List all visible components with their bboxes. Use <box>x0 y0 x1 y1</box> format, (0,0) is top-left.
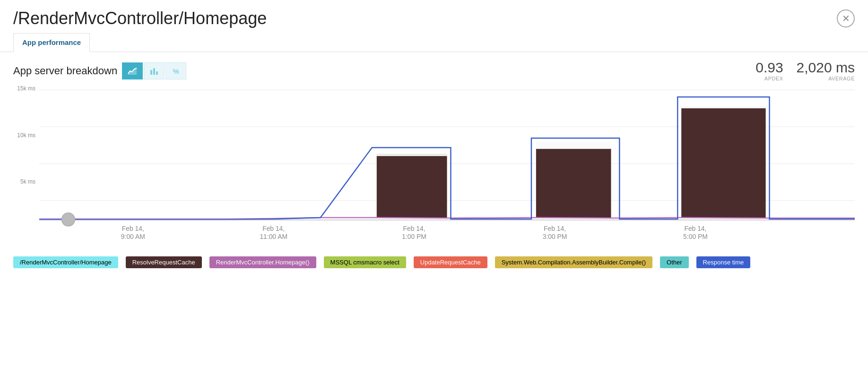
legend-badge-homepage[interactable]: /RenderMvcController/Homepage <box>13 256 118 268</box>
legend-item-update[interactable]: UpdateRequestCache <box>414 256 487 268</box>
legend-area: /RenderMvcController/Homepage ResolveReq… <box>0 246 868 273</box>
legend-item-mssql[interactable]: MSSQL cmsmacro select <box>324 256 406 268</box>
chart-title-group: App server breakdown <box>13 62 186 79</box>
chart-type-bar-button[interactable] <box>144 62 165 79</box>
apdex-value: 0.93 <box>755 61 783 75</box>
chart-container: 15k ms 10k ms 5k ms <box>13 85 855 246</box>
average-value: 2,020 ms <box>797 61 855 75</box>
legend-badge-compile[interactable]: System.Web.Compilation.AssemblyBuilder.C… <box>495 256 652 268</box>
chart-svg: Feb 14, 9:00 AM Feb 14, 11:00 AM Feb 14,… <box>39 85 855 246</box>
svg-rect-3 <box>156 71 158 75</box>
legend-badge-mssql[interactable]: MSSQL cmsmacro select <box>324 256 406 268</box>
legend-badge-resolve[interactable]: ResolveRequestCache <box>126 256 202 268</box>
legend-item-resolve[interactable]: ResolveRequestCache <box>126 256 202 268</box>
svg-rect-13 <box>531 138 615 149</box>
tab-app-performance[interactable]: App performance <box>13 33 90 52</box>
svg-rect-2 <box>153 68 155 75</box>
svg-text:Feb 14,: Feb 14, <box>403 225 425 232</box>
svg-text:5:00 PM: 5:00 PM <box>683 233 708 240</box>
apdex-label: APDEX <box>755 76 783 81</box>
chart-title: App server breakdown <box>13 65 117 77</box>
legend-badge-update[interactable]: UpdateRequestCache <box>414 256 487 268</box>
legend-badge-render[interactable]: RenderMvcController.Homepage() <box>209 256 316 268</box>
chart-type-buttons: % <box>122 62 186 79</box>
svg-text:Feb 14,: Feb 14, <box>262 225 285 232</box>
apdex-stat: 0.93 APDEX <box>755 61 783 81</box>
legend-badge-response[interactable]: Response time <box>696 256 751 268</box>
legend-item-other[interactable]: Other <box>660 256 689 268</box>
svg-text:Feb 14,: Feb 14, <box>544 225 566 232</box>
svg-text:11:00 AM: 11:00 AM <box>260 233 287 240</box>
svg-text:Feb 14,: Feb 14, <box>684 225 706 232</box>
legend-item-response[interactable]: Response time <box>696 256 751 268</box>
svg-point-16 <box>62 213 75 226</box>
svg-rect-9 <box>377 154 447 218</box>
page-title: /RenderMvcController/Homepage <box>13 9 267 28</box>
y-label-15k: 15k ms <box>13 85 39 92</box>
tabs-bar: App performance <box>0 33 868 52</box>
svg-rect-11 <box>536 147 611 218</box>
svg-rect-14 <box>681 106 765 218</box>
legend-item-render[interactable]: RenderMvcController.Homepage() <box>209 256 316 268</box>
y-label-10k: 10k ms <box>13 132 39 139</box>
legend-item-compile[interactable]: System.Web.Compilation.AssemblyBuilder.C… <box>495 256 652 268</box>
chart-type-area-button[interactable] <box>122 62 143 79</box>
chart-stats: 0.93 APDEX 2,020 ms AVERAGE <box>755 61 855 81</box>
chart-y-labels: 15k ms 10k ms 5k ms <box>13 85 39 227</box>
average-stat: 2,020 ms AVERAGE <box>797 61 855 81</box>
svg-rect-1 <box>150 70 152 75</box>
chart-area: Feb 14, 9:00 AM Feb 14, 11:00 AM Feb 14,… <box>39 85 855 246</box>
close-button[interactable]: ✕ <box>837 9 855 27</box>
page-header: /RenderMvcController/Homepage ✕ <box>0 0 868 33</box>
svg-rect-15 <box>677 97 769 108</box>
y-label-5k: 5k ms <box>13 178 39 185</box>
svg-text:Feb 14,: Feb 14, <box>122 225 144 232</box>
legend-badge-other[interactable]: Other <box>660 256 689 268</box>
svg-text:1:00 PM: 1:00 PM <box>402 233 426 240</box>
chart-section: App server breakdown <box>0 52 868 246</box>
chart-header: App server breakdown <box>13 61 855 81</box>
svg-text:3:00 PM: 3:00 PM <box>543 233 567 240</box>
chart-type-percent-button[interactable]: % <box>165 62 186 79</box>
legend-item-homepage[interactable]: /RenderMvcController/Homepage <box>13 256 118 268</box>
svg-rect-10 <box>372 148 451 156</box>
svg-text:9:00 AM: 9:00 AM <box>121 233 145 240</box>
average-label: AVERAGE <box>797 76 855 81</box>
